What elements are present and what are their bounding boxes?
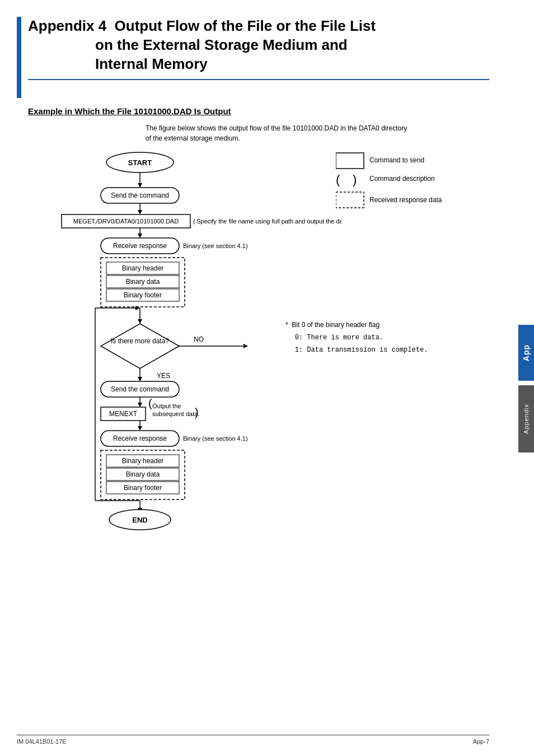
svg-marker-44 [138,403,142,407]
svg-marker-52 [138,426,142,431]
appendix-tab: Appendix [518,385,534,452]
svg-text:Command to send: Command to send [369,156,424,164]
blue-bar [17,17,21,98]
page: Appendix 4 Output Flow of the File or th… [0,0,534,756]
svg-marker-32 [138,319,142,324]
page-footer: IM 04L41B01-17E App-7 [17,735,489,745]
svg-marker-39 [138,377,142,381]
svg-text:Command description: Command description [369,175,435,183]
appendix-number: Appendix 4 [28,17,106,34]
svg-text:Binary header: Binary header [122,264,164,272]
note-line2: 0: There is more data. [295,334,383,342]
svg-marker-14 [138,210,142,214]
title-line1: Output Flow of the File or the File List [115,17,376,34]
svg-marker-10 [138,183,142,188]
svg-text:subsequent data.: subsequent data. [152,410,199,417]
main-title: Appendix 4 Output Flow of the File or th… [28,17,489,73]
svg-text:Is there more data?: Is there more data? [111,337,169,345]
svg-text:Specify the file name using fu: Specify the file name using full path an… [196,218,341,225]
appendix-tab-label: Appendix [523,404,530,434]
svg-text:Receive response: Receive response [113,435,167,442]
app-tab: App [518,325,534,381]
title-line3: Internal Memory [95,55,208,72]
svg-text:MENEXT: MENEXT [109,410,138,418]
svg-text:END: END [132,516,147,524]
svg-marker-33 [101,324,179,368]
svg-text:(: ( [193,218,195,225]
footer-right: App-7 [473,738,489,745]
svg-text:Binary data: Binary data [126,470,160,478]
intro-text: The figure below shows the output flow o… [146,123,407,143]
svg-text:NO: NO [194,335,204,343]
note-line1: Bit 0 of the binary header flag [292,321,380,329]
note-line3: 1: Data transmission is complete. [295,346,428,354]
svg-text:Output the: Output the [152,403,181,409]
note-bullet: * [285,321,288,329]
legend-area: Command to send ( ) Command description … [336,150,459,220]
svg-text:Received response data: Received response data [369,196,442,204]
svg-text:Binary (see section 4.1): Binary (see section 4.1) [183,435,248,442]
svg-text:START: START [128,158,152,167]
svg-text:YES: YES [157,372,170,380]
svg-text:Receive response: Receive response [113,242,167,250]
svg-text:Binary header: Binary header [122,457,164,465]
svg-text:): ) [195,406,199,418]
notes-area: * Bit 0 of the binary header flag 0: The… [285,319,428,357]
svg-text:Send the command: Send the command [111,385,169,393]
svg-text:): ) [353,172,357,186]
flowchart-svg: START Send the command MEGET,/DRV0/DATA0… [28,146,341,594]
footer-left: IM 04L41B01-17E [17,738,67,745]
svg-text:Send the command: Send the command [111,192,169,199]
svg-text:Binary (see section 4.1): Binary (see section 4.1) [183,242,248,249]
app-tab-label: App [522,344,531,361]
svg-text:Binary footer: Binary footer [124,291,162,299]
svg-text:(: ( [148,397,152,409]
legend-svg: Command to send ( ) Command description … [336,150,459,217]
title-line2: on the External Storage Medium and [95,36,348,53]
svg-text:Binary data: Binary data [126,278,160,286]
svg-text:Binary footer: Binary footer [124,484,162,492]
section-title: Example in Which the File 10101000.DAD I… [28,106,231,116]
svg-text:MEGET,/DRV0/DATA0/10101000.DAD: MEGET,/DRV0/DATA0/10101000.DAD [73,218,179,225]
svg-marker-20 [138,234,142,238]
header-section: Appendix 4 Output Flow of the File or th… [28,17,489,80]
svg-marker-36 [243,344,248,348]
